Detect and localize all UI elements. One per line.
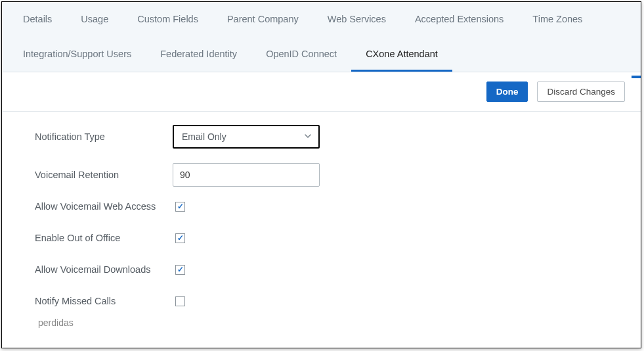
done-button[interactable]: Done [486,82,528,102]
label-notification-type: Notification Type [35,131,173,142]
tab-time-zones[interactable]: Time Zones [518,2,597,37]
label-enable-ooo: Enable Out of Office [35,233,173,243]
select-notification-type[interactable]: Email Only [173,125,320,149]
tab-cxone-attendant[interactable]: CXone Attendant [351,37,452,72]
row-enable-ooo: Enable Out of Office [35,233,608,243]
tab-row-2: Integration/Support Users Federated Iden… [9,37,634,72]
settings-panel: Details Usage Custom Fields Parent Compa… [1,1,641,348]
row-voicemail-retention: Voicemail Retention [35,163,608,187]
accent-stripe [632,76,641,78]
checkbox-allow-downloads[interactable] [175,265,185,275]
tab-custom-fields[interactable]: Custom Fields [123,2,213,37]
tab-parent-company[interactable]: Parent Company [213,2,313,37]
checkbox-allow-web-access[interactable] [175,202,185,212]
discard-changes-button[interactable]: Discard Changes [537,82,625,102]
tab-details[interactable]: Details [9,2,66,37]
tab-federated-identity[interactable]: Federated Identity [146,37,251,72]
tab-openid-connect[interactable]: OpenID Connect [251,37,351,72]
tab-usage[interactable]: Usage [66,2,123,37]
tab-row-1: Details Usage Custom Fields Parent Compa… [9,2,634,37]
checkbox-notify-missed[interactable] [175,296,185,306]
truncated-text: perdidas [38,317,74,328]
row-allow-web-access: Allow Voicemail Web Access [35,201,608,212]
label-allow-downloads: Allow Voicemail Downloads [35,264,173,275]
label-notify-missed: Notify Missed Calls [35,296,173,306]
select-notification-type-wrap: Email Only [173,125,320,149]
tab-accepted-extensions[interactable]: Accepted Extensions [400,2,518,37]
row-notification-type: Notification Type Email Only [35,125,608,149]
input-voicemail-retention[interactable] [173,163,320,187]
tab-web-services[interactable]: Web Services [313,2,400,37]
row-notify-missed: Notify Missed Calls [35,296,608,306]
label-allow-web-access: Allow Voicemail Web Access [35,201,173,212]
checkbox-enable-ooo[interactable] [175,233,185,243]
form-area: Notification Type Email Only Voicemail R… [2,112,641,306]
row-allow-downloads: Allow Voicemail Downloads [35,264,608,275]
action-bar: Done Discard Changes [2,72,641,112]
tab-integration-support-users[interactable]: Integration/Support Users [9,37,146,72]
tab-bar: Details Usage Custom Fields Parent Compa… [2,2,641,72]
label-voicemail-retention: Voicemail Retention [35,170,173,180]
